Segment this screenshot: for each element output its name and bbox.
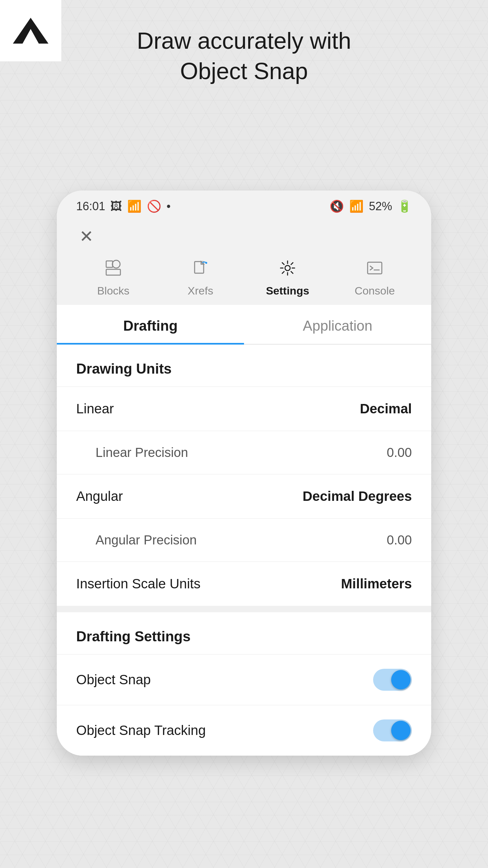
tab-xrefs[interactable]: Xrefs <box>157 254 244 305</box>
toggle-object-snap-knob <box>391 670 411 689</box>
row-angular[interactable]: Angular Decimal Degrees <box>57 474 431 518</box>
value-linear-precision: 0.00 <box>387 445 412 460</box>
status-wifi-icon: 📶 <box>349 199 364 213</box>
value-angular: Decimal Degrees <box>302 489 412 504</box>
label-insertion-scale: Insertion Scale Units <box>76 576 200 592</box>
svg-rect-9 <box>368 262 382 274</box>
tab-console[interactable]: Console <box>331 254 418 305</box>
label-linear: Linear <box>76 401 114 416</box>
row-insertion-scale[interactable]: Insertion Scale Units Millimeters <box>57 562 431 606</box>
tab-console-label: Console <box>355 284 395 297</box>
row-angular-precision[interactable]: Angular Precision 0.00 <box>57 518 431 562</box>
tab-settings[interactable]: Settings <box>244 254 331 305</box>
section-drawing-units-header: Drawing Units <box>57 345 431 386</box>
toggle-object-snap[interactable] <box>373 669 412 691</box>
row-linear-precision[interactable]: Linear Precision 0.00 <box>57 431 431 474</box>
label-angular-precision: Angular Precision <box>76 533 197 547</box>
toggle-object-snap-tracking[interactable] <box>373 719 412 741</box>
settings-icon <box>279 259 296 281</box>
label-object-snap-tracking: Object Snap Tracking <box>76 723 206 738</box>
sub-tab-drafting[interactable]: Drafting <box>57 305 244 345</box>
phone-mockup: 16:01 🖼 📶 🚫 • 🔇 📶 52% 🔋 ✕ <box>57 190 431 755</box>
sub-tab-application[interactable]: Application <box>244 305 431 344</box>
status-bar: 16:01 🖼 📶 🚫 • 🔇 📶 52% 🔋 <box>57 190 431 218</box>
section-divider <box>57 606 431 612</box>
blocks-icon <box>105 259 122 281</box>
row-object-snap-tracking[interactable]: Object Snap Tracking <box>57 705 431 755</box>
row-linear[interactable]: Linear Decimal <box>57 386 431 431</box>
value-angular-precision: 0.00 <box>387 533 412 547</box>
sub-tab-bar: Drafting Application <box>57 305 431 345</box>
section-drafting-settings-header: Drafting Settings <box>57 612 431 654</box>
close-button[interactable]: ✕ <box>76 225 412 248</box>
console-icon <box>366 259 383 281</box>
row-object-snap[interactable]: Object Snap <box>57 654 431 705</box>
label-angular: Angular <box>76 489 123 504</box>
status-mute-icon: 🔇 <box>329 199 344 213</box>
svg-point-7 <box>205 262 207 264</box>
value-insertion-scale: Millimeters <box>341 576 412 592</box>
value-linear: Decimal <box>360 401 412 416</box>
app-header: ✕ <box>57 218 431 248</box>
status-dnd-icon: 🚫 <box>147 199 161 213</box>
xrefs-icon <box>192 259 209 281</box>
status-signal-icon: 📶 <box>127 199 142 213</box>
status-photo-icon: 🖼 <box>110 199 122 213</box>
tab-blocks[interactable]: Blocks <box>70 254 157 305</box>
svg-rect-2 <box>106 261 112 268</box>
headline: Draw accurately with Object Snap <box>0 26 488 86</box>
label-object-snap: Object Snap <box>76 672 151 687</box>
tab-xrefs-label: Xrefs <box>188 284 213 297</box>
tab-blocks-label: Blocks <box>97 284 129 297</box>
headline-line1: Draw accurately with <box>0 26 488 56</box>
svg-point-8 <box>285 266 290 271</box>
status-battery-text: 52% <box>369 199 392 213</box>
tab-settings-label: Settings <box>266 284 309 297</box>
toggle-object-snap-tracking-knob <box>391 721 411 740</box>
svg-point-3 <box>112 260 120 268</box>
tab-bar: Blocks Xrefs <box>57 248 431 305</box>
headline-line2: Object Snap <box>0 56 488 87</box>
label-linear-precision: Linear Precision <box>76 445 188 460</box>
status-right: 🔇 📶 52% 🔋 <box>329 199 412 213</box>
status-battery-icon: 🔋 <box>397 199 412 213</box>
svg-rect-4 <box>106 269 120 275</box>
content-area: Drawing Units Linear Decimal Linear Prec… <box>57 345 431 755</box>
status-time: 16:01 <box>76 199 105 213</box>
status-left: 16:01 🖼 📶 🚫 • <box>76 199 171 213</box>
status-dot-icon: • <box>166 199 171 213</box>
